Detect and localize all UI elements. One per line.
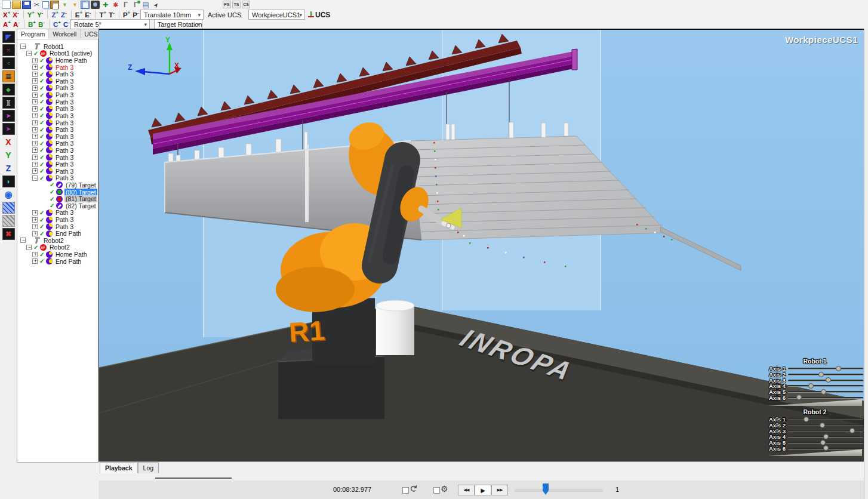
rotate-button[interactable]: C- — [62, 20, 71, 28]
jog-button[interactable]: P+ — [122, 10, 131, 19]
paste-icon[interactable] — [50, 1, 59, 9]
tree-item[interactable]: End Path — [19, 230, 98, 237]
axis-slider-knob[interactable] — [820, 440, 826, 445]
tree-item[interactable]: Path 3 — [19, 112, 98, 119]
tree-item[interactable]: Path 3 — [19, 85, 98, 92]
path-points-icon[interactable]: ◆ — [2, 84, 15, 96]
axis-slider-track[interactable] — [788, 448, 863, 449]
tree-item-label[interactable]: Path 3 — [54, 64, 75, 71]
tree-expander[interactable] — [32, 106, 38, 112]
axis-slider-track[interactable] — [788, 442, 863, 443]
tree-expander[interactable] — [32, 217, 38, 223]
import-icon[interactable] — [60, 1, 69, 9]
tree-item-label[interactable]: Path 3 — [54, 140, 75, 147]
tree-item[interactable]: (79) Target — [19, 181, 98, 189]
jog-button[interactable]: E+ — [74, 10, 84, 19]
tree-item[interactable]: Home Path — [19, 251, 98, 258]
tree-item-label[interactable]: Home Path — [54, 251, 88, 258]
ucs-mini-button[interactable]: PS — [223, 1, 231, 8]
playback-slider-track[interactable] — [515, 489, 603, 492]
sidebar-tab[interactable]: Workcell — [49, 29, 81, 39]
tree-item[interactable]: Path 3 — [19, 105, 98, 112]
tree-item[interactable]: Path 3 — [19, 126, 98, 133]
tree-expander[interactable] — [32, 141, 38, 146]
y-axis-icon[interactable]: Y — [2, 149, 15, 161]
tree-item-label[interactable]: (81) Target — [64, 195, 97, 202]
tree-item-label[interactable]: Path 3 — [54, 161, 75, 168]
translate-gizmo-icon[interactable] — [101, 1, 110, 9]
visibility-eye-icon[interactable]: ◉ — [2, 189, 15, 201]
x-axis-icon[interactable]: X — [2, 136, 15, 148]
playback-tab[interactable]: Log — [138, 462, 159, 473]
layers-icon[interactable] — [141, 1, 150, 9]
tree-item[interactable]: Robot2 — [19, 237, 98, 244]
jog-button[interactable]: P- — [131, 10, 140, 19]
tree-item[interactable]: Robot2 — [19, 244, 98, 251]
tree-item[interactable]: (82) Target — [19, 202, 98, 210]
axis-slider-knob[interactable] — [820, 423, 825, 428]
rotate-button[interactable]: A- — [12, 20, 24, 28]
jog-button[interactable]: Z- — [60, 10, 72, 19]
tree-expander[interactable] — [32, 113, 38, 118]
tree-item[interactable]: Path 3 — [19, 175, 98, 182]
tree-item-label[interactable]: Path 3 — [54, 168, 75, 175]
axis-slider-track[interactable] — [788, 424, 863, 426]
tree-item-label[interactable]: Path 3 — [54, 112, 75, 119]
delete-region-icon[interactable]: ✖ — [2, 228, 15, 240]
open-file-icon[interactable] — [12, 1, 21, 9]
tree-item-label[interactable]: Path 3 — [54, 154, 75, 161]
tree-item-label[interactable]: (82) Target — [64, 202, 97, 210]
tree-item[interactable]: Path 3 — [19, 210, 98, 217]
tree-expander[interactable] — [32, 72, 38, 77]
axis-slider-knob[interactable] — [818, 372, 824, 377]
jog-button[interactable]: Y+ — [26, 10, 36, 19]
rotate-step-select[interactable]: Rotate 5° — [70, 19, 150, 29]
sweep-icon[interactable]: ◗ — [2, 175, 15, 187]
points-icon[interactable]: ⁖ — [2, 57, 15, 69]
axis-slider-track[interactable] — [788, 391, 863, 393]
axis-slider-knob[interactable] — [836, 366, 841, 371]
tree-item[interactable]: End Path — [19, 258, 98, 265]
tree-expander[interactable] — [32, 127, 38, 133]
tree-expander[interactable] — [32, 175, 38, 181]
tree-item-label[interactable]: Path 3 — [54, 216, 75, 223]
sidebar-tab[interactable]: Program — [17, 29, 49, 39]
tree-item-label[interactable]: Robot2 — [42, 237, 65, 244]
tree-expander[interactable] — [20, 238, 26, 243]
tree-item-label[interactable]: Robot1 (active) — [48, 50, 93, 57]
select-tool-icon[interactable] — [152, 1, 161, 9]
tree-item-label[interactable]: Path 3 — [54, 174, 75, 181]
jog-button[interactable]: Y- — [36, 10, 48, 19]
tree-expander[interactable] — [32, 162, 38, 167]
ucs-mini-button[interactable]: TS — [232, 1, 241, 8]
tree-item-label[interactable]: Path 3 — [54, 147, 75, 154]
axis-slider-knob[interactable] — [826, 377, 831, 383]
axis-slider-track[interactable] — [788, 430, 863, 432]
tree-expander[interactable] — [26, 245, 32, 250]
tree-expander[interactable] — [32, 120, 38, 125]
tree-item-label[interactable]: (80) Target — [64, 189, 97, 196]
tree-expander[interactable] — [26, 51, 32, 56]
axis-slider-knob[interactable] — [821, 389, 826, 395]
tree-expander[interactable] — [32, 85, 38, 91]
ucs-button[interactable]: UCS — [306, 10, 333, 20]
hatch-blue-icon[interactable] — [2, 202, 15, 214]
simulate-io-checkbox[interactable] — [433, 487, 440, 494]
axis-slider-track[interactable] — [788, 385, 863, 387]
new-file-icon[interactable] — [2, 1, 11, 9]
clipboard-snapshot-icon[interactable] — [81, 1, 90, 9]
tree-item-label[interactable]: Path 3 — [54, 223, 75, 230]
tree-item[interactable]: Path 3 — [19, 154, 98, 161]
tree-expander[interactable] — [32, 231, 38, 236]
tree-item-label[interactable]: Path 3 — [54, 78, 75, 85]
tree-expander[interactable] — [32, 64, 38, 70]
copy-icon[interactable] — [42, 1, 49, 8]
tree-item[interactable]: Path 3 — [19, 98, 98, 106]
tree-item[interactable]: Path 3 — [19, 216, 98, 223]
rewind-button[interactable]: ◀◀ — [458, 485, 475, 495]
splitter-handle[interactable] — [155, 478, 232, 479]
tree-expander[interactable] — [32, 210, 38, 215]
tree-item-label[interactable]: End Path — [54, 258, 82, 265]
hatch-gray-icon[interactable] — [2, 215, 15, 227]
z-axis-icon[interactable]: Z — [2, 162, 15, 174]
